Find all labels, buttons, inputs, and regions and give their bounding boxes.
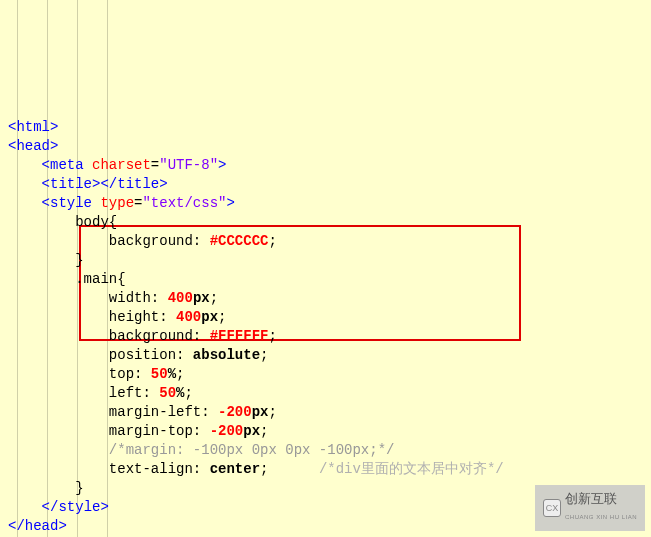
watermark: CX 创新互联 CHUANG XIN HU LIAN	[535, 485, 645, 531]
code-content: <html> <head> <meta charset="UTF-8"> <ti…	[8, 118, 643, 537]
code-editor[interactable]: <html> <head> <meta charset="UTF-8"> <ti…	[0, 0, 651, 537]
watermark-logo-icon: CX	[543, 499, 561, 517]
watermark-text: 创新互联	[565, 489, 637, 508]
watermark-subtext: CHUANG XIN HU LIAN	[565, 508, 637, 527]
